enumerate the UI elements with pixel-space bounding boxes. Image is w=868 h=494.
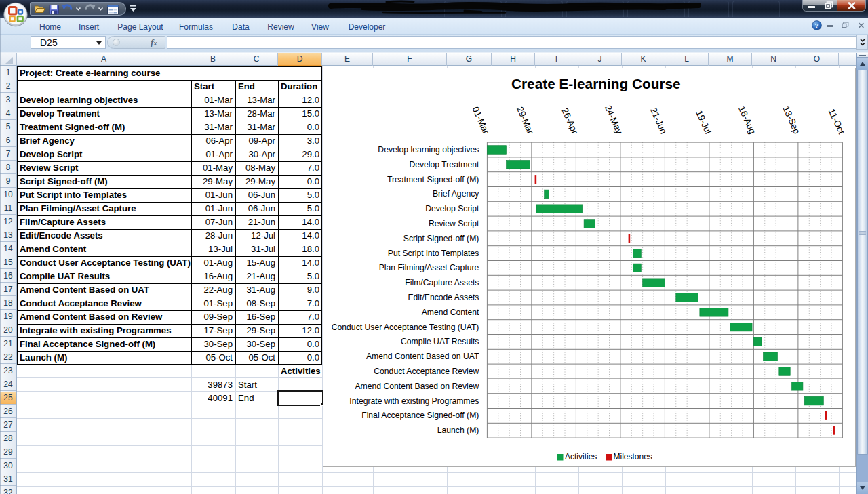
svg-text:Milestones: Milestones xyxy=(614,451,652,461)
svg-text:01-Mar: 01-Mar xyxy=(470,105,491,136)
svg-text:11-Oct: 11-Oct xyxy=(827,107,847,136)
svg-text:Final Acceptance Signed-off (M: Final Acceptance Signed-off (M) xyxy=(361,411,479,420)
svg-text:Film/Capture Assets: Film/Capture Assets xyxy=(405,278,479,287)
svg-text:Activities: Activities xyxy=(565,451,597,461)
svg-text:24-May: 24-May xyxy=(603,104,625,136)
svg-text:Conduct Acceptance Review: Conduct Acceptance Review xyxy=(374,367,479,376)
svg-text:29-Mar: 29-Mar xyxy=(515,105,536,136)
svg-text:Put Script into Templates: Put Script into Templates xyxy=(388,248,479,258)
svg-text:19-Jul: 19-Jul xyxy=(694,108,713,135)
svg-text:Launch (M): Launch (M) xyxy=(437,426,479,435)
svg-text:Conduct User Acceptance Testin: Conduct User Acceptance Testing (UAT) xyxy=(332,322,479,331)
svg-text:Treatment Signed-off (M): Treatment Signed-off (M) xyxy=(387,174,479,184)
svg-text:Compile UAT Results: Compile UAT Results xyxy=(401,337,479,346)
svg-text:Integrate with existing Progra: Integrate with existing Programmes xyxy=(349,396,479,405)
svg-text:Script Signed-off (M): Script Signed-off (M) xyxy=(403,233,479,243)
svg-text:Amend Content: Amend Content xyxy=(422,307,479,316)
svg-text:Amend Content Based on Review: Amend Content Based on Review xyxy=(355,381,479,390)
svg-text:13-Sep: 13-Sep xyxy=(781,104,802,136)
svg-text:21-Jun: 21-Jun xyxy=(648,106,669,136)
svg-text:?: ? xyxy=(815,22,819,29)
svg-text:Amend Content Based on UAT: Amend Content Based on UAT xyxy=(366,352,479,361)
svg-text:Develop Treatment: Develop Treatment xyxy=(409,159,479,169)
svg-text:Develop Script: Develop Script xyxy=(425,204,479,213)
svg-text:26-Apr: 26-Apr xyxy=(559,106,580,136)
svg-text:16-Aug: 16-Aug xyxy=(736,104,757,136)
svg-text:Edit/Encode Assets: Edit/Encode Assets xyxy=(408,293,479,302)
svg-text:Brief Agency: Brief Agency xyxy=(433,189,479,199)
svg-text:Create E-learning Course: Create E-learning Course xyxy=(511,75,681,91)
svg-text:Plan Filming/Asset Capture: Plan Filming/Asset Capture xyxy=(379,263,479,272)
svg-text:Develop learning objectives: Develop learning objectives xyxy=(378,145,479,155)
svg-text:Review Script: Review Script xyxy=(429,219,479,228)
